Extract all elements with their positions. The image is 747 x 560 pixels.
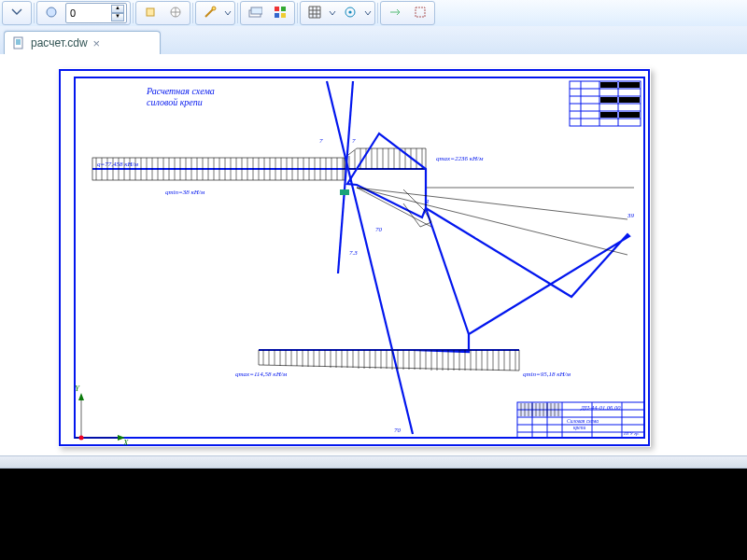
dim-70-2: 70 [394, 427, 402, 434]
document-tab-bar: расчет.cdw × [0, 26, 747, 55]
svg-rect-7 [281, 7, 286, 11]
dim-7: 7 [319, 137, 323, 145]
spinner-orb-button[interactable] [40, 3, 63, 23]
canvas-area[interactable]: Расчетная схема силовой крепи [0, 54, 747, 455]
grid-icon [307, 5, 322, 21]
svg-marker-143 [78, 393, 84, 400]
document-icon [12, 36, 25, 49]
drawing-sheet: Расчетная схема силовой крепи [58, 68, 651, 447]
flip-button[interactable] [384, 3, 406, 23]
svg-line-92 [357, 188, 431, 227]
toolbar-separator [192, 3, 193, 23]
toolbar-group-spinner: ▲ ▼ [36, 1, 131, 25]
workspace[interactable]: Расчетная схема силовой крепи [0, 54, 747, 455]
grid-button[interactable] [303, 3, 326, 23]
spinner-input[interactable] [68, 7, 109, 20]
svg-rect-13 [14, 37, 22, 49]
svg-point-0 [47, 7, 56, 17]
construction-lines [357, 188, 627, 255]
origin-marker [75, 393, 125, 441]
target-icon [343, 5, 358, 21]
svg-line-89 [426, 208, 469, 334]
dim-7-2: 7 [352, 137, 356, 145]
svg-rect-14 [60, 70, 649, 445]
chevron-down-icon [364, 6, 372, 21]
tool-arrow-button[interactable] [6, 3, 28, 23]
document-tab[interactable]: расчет.cdw × [4, 31, 161, 54]
palette-icon [273, 5, 288, 21]
svg-rect-20 [619, 97, 640, 103]
chevron-down-icon [329, 6, 336, 21]
arrow-icon [10, 6, 23, 21]
wand-button[interactable] [199, 3, 221, 23]
label-qmin-bottom-r: qmin=95,18 кН/м [523, 371, 571, 378]
drawing-title-1: Расчетная схема [146, 86, 215, 96]
svg-rect-1 [147, 8, 154, 16]
layers-icon [247, 5, 262, 21]
chevron-down-icon [224, 6, 232, 21]
drawing-title-2: силовой крепи [147, 97, 203, 107]
svg-line-91 [357, 188, 627, 255]
node-marker [340, 189, 349, 195]
svg-rect-15 [75, 77, 644, 438]
title-block: ДП-44-01.06.00 Силовая схема крепи ПГУ г… [517, 402, 644, 438]
label-qmin-aw: qmin=38 кН/м [165, 189, 205, 196]
dim-70: 70 [375, 226, 383, 233]
lower-beam [259, 350, 519, 371]
axis-y-label: Y [75, 384, 80, 393]
svg-rect-22 [619, 112, 640, 118]
svg-rect-6 [275, 7, 279, 11]
svg-line-90 [357, 188, 627, 219]
crop-icon [413, 5, 428, 21]
svg-rect-18 [619, 82, 640, 88]
toolbar-separator [297, 3, 298, 23]
tab-label: расчет.cdw [31, 36, 88, 49]
titleblock-main: ДП-44-01.06.00 [580, 404, 621, 411]
titleblock-sub2: крепи [573, 425, 586, 430]
color-button[interactable] [269, 3, 291, 23]
note-r: R [424, 198, 430, 205]
svg-point-3 [212, 7, 216, 10]
upper-beam [92, 148, 426, 180]
toolbar-separator [377, 3, 378, 23]
spinner-down[interactable]: ▼ [111, 13, 124, 21]
dim-7-3: 7.3 [349, 249, 358, 257]
flip-icon [388, 5, 402, 21]
toolbar-group-4 [240, 1, 295, 25]
label-qmax-right: qmax=2236 кН/м [436, 155, 484, 162]
tool-icon [169, 6, 182, 21]
toolbar-group-3 [195, 1, 235, 25]
cursor-target-button[interactable] [339, 3, 361, 23]
dim-39: 39 [627, 212, 635, 219]
svg-rect-8 [275, 13, 279, 18]
toolbar-separator [133, 3, 134, 23]
svg-point-11 [348, 10, 351, 13]
tool-btn-b[interactable] [164, 3, 187, 23]
toolbar-group-6 [380, 1, 435, 25]
app-viewport: ▲ ▼ [0, 0, 747, 560]
wand-icon [203, 5, 218, 21]
svg-rect-21 [600, 112, 617, 118]
svg-marker-86 [347, 133, 426, 217]
axis-x-label: X [122, 438, 129, 447]
svg-marker-94 [259, 350, 519, 371]
toolbar-group-5 [300, 1, 375, 25]
tool-btn-a[interactable] [139, 3, 162, 23]
parts-table [570, 81, 641, 126]
toolbar-group-1 [2, 1, 32, 25]
svg-rect-5 [251, 7, 262, 14]
svg-rect-19 [600, 97, 617, 103]
spinner-up[interactable]: ▲ [111, 5, 124, 13]
toolbar-group-2 [135, 1, 190, 25]
svg-rect-9 [281, 13, 286, 18]
layers-button[interactable] [244, 3, 266, 23]
orb-icon [45, 6, 58, 21]
tool-icon [144, 6, 157, 21]
crop-button[interactable] [409, 3, 431, 23]
label-qmax-bottom: qmax=114,58 кН/м [235, 371, 288, 378]
spinner-controls: ▲ ▼ [111, 5, 124, 21]
toolbar-separator [34, 3, 35, 23]
titleblock-uni: ПГУ гр. [623, 431, 640, 436]
tab-close-button[interactable]: × [93, 36, 101, 50]
spinner-field[interactable]: ▲ ▼ [65, 3, 127, 23]
